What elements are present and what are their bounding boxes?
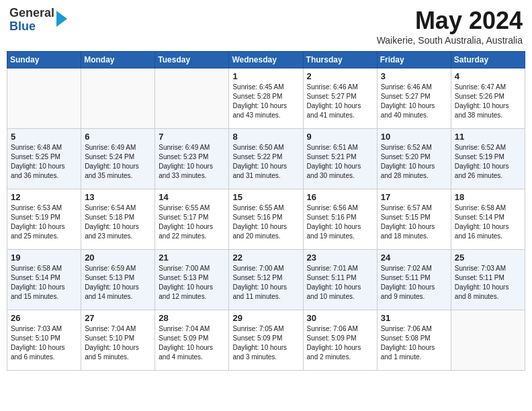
- calendar-cell: 18Sunrise: 6:58 AMSunset: 5:14 PMDayligh…: [451, 189, 525, 250]
- day-info: Sunrise: 6:53 AMSunset: 5:19 PMDaylight:…: [11, 203, 77, 241]
- day-info: Sunrise: 6:55 AMSunset: 5:17 PMDaylight:…: [159, 203, 225, 241]
- day-number: 31: [381, 313, 447, 323]
- day-info: Sunrise: 6:51 AMSunset: 5:21 PMDaylight:…: [307, 143, 373, 181]
- day-info: Sunrise: 6:58 AMSunset: 5:14 PMDaylight:…: [455, 203, 521, 241]
- calendar-cell: 1Sunrise: 6:45 AMSunset: 5:28 PMDaylight…: [229, 68, 303, 129]
- day-number: 8: [232, 132, 299, 142]
- day-number: 21: [159, 253, 225, 263]
- calendar-cell: 17Sunrise: 6:57 AMSunset: 5:15 PMDayligh…: [377, 189, 451, 250]
- day-info: Sunrise: 7:00 AMSunset: 5:13 PMDaylight:…: [159, 264, 225, 302]
- calendar-cell: 3Sunrise: 6:46 AMSunset: 5:27 PMDaylight…: [377, 68, 451, 129]
- day-number: 7: [159, 132, 225, 142]
- day-info: Sunrise: 6:46 AMSunset: 5:27 PMDaylight:…: [381, 83, 447, 120]
- calendar-cell: 9Sunrise: 6:51 AMSunset: 5:21 PMDaylight…: [303, 129, 377, 189]
- day-number: 28: [159, 313, 225, 323]
- calendar-cell: 19Sunrise: 6:58 AMSunset: 5:14 PMDayligh…: [7, 250, 81, 310]
- logo-blue: Blue: [9, 19, 36, 33]
- weekday-header-thursday: Thursday: [303, 52, 377, 68]
- month-title: May 2024: [377, 7, 523, 35]
- calendar-cell: [81, 68, 155, 129]
- weekday-header-saturday: Saturday: [451, 52, 525, 68]
- day-number: 10: [381, 132, 447, 142]
- day-info: Sunrise: 7:01 AMSunset: 5:11 PMDaylight:…: [307, 264, 373, 302]
- calendar-cell: 7Sunrise: 6:49 AMSunset: 5:23 PMDaylight…: [155, 129, 229, 189]
- location-subtitle: Waikerie, South Australia, Australia: [377, 35, 523, 46]
- calendar-cell: 21Sunrise: 7:00 AMSunset: 5:13 PMDayligh…: [155, 250, 229, 310]
- day-info: Sunrise: 6:49 AMSunset: 5:23 PMDaylight:…: [159, 143, 225, 181]
- day-number: 9: [307, 132, 373, 142]
- day-number: 1: [232, 71, 299, 81]
- day-number: 19: [11, 253, 77, 263]
- day-number: 25: [455, 253, 521, 263]
- day-info: Sunrise: 7:04 AMSunset: 5:09 PMDaylight:…: [159, 324, 225, 362]
- day-number: 15: [232, 192, 299, 202]
- day-number: 6: [85, 132, 151, 142]
- calendar-table: SundayMondayTuesdayWednesdayThursdayFrid…: [7, 51, 525, 371]
- day-info: Sunrise: 7:02 AMSunset: 5:11 PMDaylight:…: [381, 264, 447, 302]
- day-info: Sunrise: 6:52 AMSunset: 5:19 PMDaylight:…: [455, 143, 521, 181]
- day-info: Sunrise: 6:56 AMSunset: 5:16 PMDaylight:…: [307, 203, 373, 241]
- day-number: 22: [232, 253, 299, 263]
- calendar-cell: 24Sunrise: 7:02 AMSunset: 5:11 PMDayligh…: [377, 250, 451, 310]
- weekday-header-sunday: Sunday: [7, 52, 81, 68]
- day-info: Sunrise: 6:45 AMSunset: 5:28 PMDaylight:…: [232, 83, 299, 120]
- day-info: Sunrise: 6:47 AMSunset: 5:26 PMDaylight:…: [455, 83, 521, 120]
- calendar-cell: 22Sunrise: 7:00 AMSunset: 5:12 PMDayligh…: [229, 250, 303, 310]
- logo-general: General: [9, 6, 54, 19]
- calendar-cell: 6Sunrise: 6:49 AMSunset: 5:24 PMDaylight…: [81, 129, 155, 189]
- day-number: 2: [307, 71, 373, 81]
- day-number: 29: [232, 313, 299, 323]
- calendar-cell: 14Sunrise: 6:55 AMSunset: 5:17 PMDayligh…: [155, 189, 229, 250]
- calendar-cell: 2Sunrise: 6:46 AMSunset: 5:27 PMDaylight…: [303, 68, 377, 129]
- calendar-cell: 5Sunrise: 6:48 AMSunset: 5:25 PMDaylight…: [7, 129, 81, 189]
- weekday-header-monday: Monday: [81, 52, 155, 68]
- day-number: 12: [11, 192, 77, 202]
- day-number: 17: [381, 192, 447, 202]
- day-number: 18: [455, 192, 521, 202]
- calendar-cell: 31Sunrise: 7:06 AMSunset: 5:08 PMDayligh…: [377, 310, 451, 371]
- weekday-header-friday: Friday: [377, 52, 451, 68]
- day-info: Sunrise: 6:46 AMSunset: 5:27 PMDaylight:…: [307, 83, 373, 120]
- page-header: General Blue May 2024 Waikerie, South Au…: [7, 7, 525, 46]
- day-number: 13: [85, 192, 151, 202]
- day-info: Sunrise: 7:05 AMSunset: 5:09 PMDaylight:…: [232, 324, 299, 362]
- day-info: Sunrise: 6:55 AMSunset: 5:16 PMDaylight:…: [232, 203, 299, 241]
- calendar-cell: 28Sunrise: 7:04 AMSunset: 5:09 PMDayligh…: [155, 310, 229, 371]
- day-number: 14: [159, 192, 225, 202]
- calendar-cell: 26Sunrise: 7:03 AMSunset: 5:10 PMDayligh…: [7, 310, 81, 371]
- day-info: Sunrise: 7:03 AMSunset: 5:11 PMDaylight:…: [455, 264, 521, 302]
- day-info: Sunrise: 7:06 AMSunset: 5:08 PMDaylight:…: [381, 324, 447, 362]
- day-info: Sunrise: 6:50 AMSunset: 5:22 PMDaylight:…: [232, 143, 299, 181]
- day-number: 24: [381, 253, 447, 263]
- calendar-cell: 20Sunrise: 6:59 AMSunset: 5:13 PMDayligh…: [81, 250, 155, 310]
- calendar-cell: 16Sunrise: 6:56 AMSunset: 5:16 PMDayligh…: [303, 189, 377, 250]
- week-row-4: 19Sunrise: 6:58 AMSunset: 5:14 PMDayligh…: [7, 250, 525, 310]
- day-info: Sunrise: 7:00 AMSunset: 5:12 PMDaylight:…: [232, 264, 299, 302]
- day-info: Sunrise: 6:57 AMSunset: 5:15 PMDaylight:…: [381, 203, 447, 241]
- day-info: Sunrise: 7:03 AMSunset: 5:10 PMDaylight:…: [11, 324, 77, 362]
- calendar-cell: 15Sunrise: 6:55 AMSunset: 5:16 PMDayligh…: [229, 189, 303, 250]
- calendar-cell: 25Sunrise: 7:03 AMSunset: 5:11 PMDayligh…: [451, 250, 525, 310]
- day-info: Sunrise: 7:06 AMSunset: 5:09 PMDaylight:…: [307, 324, 373, 362]
- day-info: Sunrise: 6:49 AMSunset: 5:24 PMDaylight:…: [85, 143, 151, 181]
- weekday-header-wednesday: Wednesday: [229, 52, 303, 68]
- day-number: 3: [381, 71, 447, 81]
- day-number: 27: [85, 313, 151, 323]
- week-row-2: 5Sunrise: 6:48 AMSunset: 5:25 PMDaylight…: [7, 129, 525, 189]
- calendar-cell: [155, 68, 229, 129]
- day-number: 4: [455, 71, 521, 81]
- logo: General Blue: [9, 7, 67, 34]
- day-info: Sunrise: 6:52 AMSunset: 5:20 PMDaylight:…: [381, 143, 447, 181]
- day-info: Sunrise: 6:58 AMSunset: 5:14 PMDaylight:…: [11, 264, 77, 302]
- calendar-cell: 13Sunrise: 6:54 AMSunset: 5:18 PMDayligh…: [81, 189, 155, 250]
- calendar-cell: 23Sunrise: 7:01 AMSunset: 5:11 PMDayligh…: [303, 250, 377, 310]
- day-number: 5: [11, 132, 77, 142]
- calendar-cell: 4Sunrise: 6:47 AMSunset: 5:26 PMDaylight…: [451, 68, 525, 129]
- calendar-cell: [7, 68, 81, 129]
- week-row-1: 1Sunrise: 6:45 AMSunset: 5:28 PMDaylight…: [7, 68, 525, 129]
- day-number: 16: [307, 192, 373, 202]
- week-row-3: 12Sunrise: 6:53 AMSunset: 5:19 PMDayligh…: [7, 189, 525, 250]
- calendar-cell: [451, 310, 525, 371]
- day-number: 30: [307, 313, 373, 323]
- calendar-cell: 29Sunrise: 7:05 AMSunset: 5:09 PMDayligh…: [229, 310, 303, 371]
